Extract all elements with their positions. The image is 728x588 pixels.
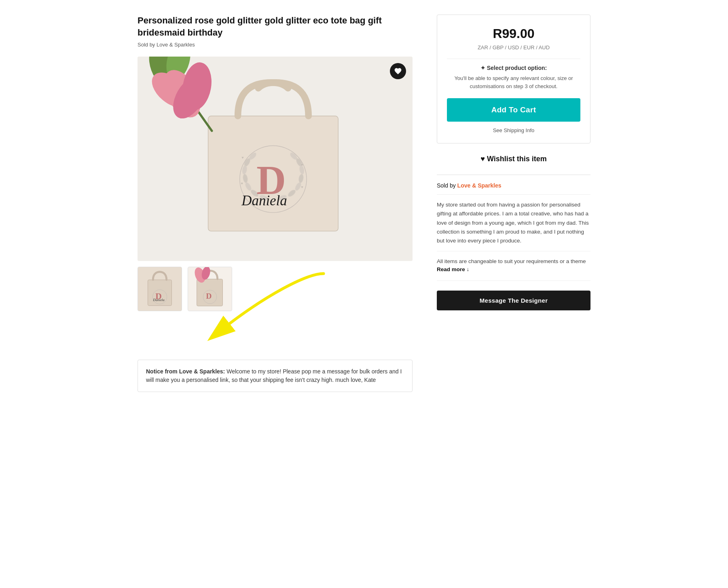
seller-second-text: All items are changeable to suit your re… [437,251,590,266]
svg-text:♥: ♥ [301,163,303,167]
notice-bold: Notice from Love & Sparkles: [146,368,225,375]
seller-name-link[interactable]: Love & Sparkles [457,182,502,189]
sold-by-line: Sold by Love & Sparkles [138,42,413,48]
wishlist-section[interactable]: ♥ Wishlist this item [437,155,590,163]
main-image-wrapper: ♥ ♥ ♥ ♥ D Daniela [138,57,413,261]
notice-box: Notice from Love & Sparkles: Welcome to … [138,360,413,392]
read-more-button[interactable]: Read more ↓ [437,266,469,272]
seller-description: My store started out from having a passi… [437,200,590,245]
seller-section: Sold by Love & Sparkles My store started… [437,175,590,272]
seller-sold-by-label: Sold by Love & Sparkles [437,182,590,189]
currency-options: ZAR / GBP / USD / EUR / AUD [447,44,580,51]
right-column: R99.00 ZAR / GBP / USD / EUR / AUD ✦ Sel… [437,15,590,310]
page-wrapper: Personalized rose gold glitter gold glit… [121,0,607,416]
svg-text:♥: ♥ [241,181,243,185]
select-option-label: ✦ Select product option: [447,65,580,71]
product-title: Personalized rose gold glitter gold glit… [138,15,413,38]
seller-divider [437,194,590,195]
svg-text:♥: ♥ [301,185,303,190]
product-price: R99.00 [447,26,580,41]
svg-text:Daniela: Daniela [152,298,165,302]
select-option-hint: You'll be able to specify any relevant c… [447,74,580,90]
svg-text:♥: ♥ [241,156,243,160]
thumbnail-1[interactable]: D Daniela [138,267,182,311]
divider [447,59,580,59]
price-box: R99.00 ZAR / GBP / USD / EUR / AUD ✦ Sel… [437,15,590,143]
add-to-cart-button[interactable]: Add To Cart [447,98,580,122]
svg-text:Daniela: Daniela [241,193,287,209]
shipping-info-link[interactable]: See Shipping Info [447,127,580,133]
message-designer-button[interactable]: Message The Designer [437,291,590,310]
main-product-image: ♥ ♥ ♥ ♥ D Daniela [138,57,413,261]
bottom-divider [437,280,590,281]
thumbnail-2[interactable]: D [188,267,232,311]
thumbnail-list: D Daniela D [138,267,413,311]
svg-text:D: D [206,291,212,300]
left-column: Personalized rose gold glitter gold glit… [138,15,413,392]
